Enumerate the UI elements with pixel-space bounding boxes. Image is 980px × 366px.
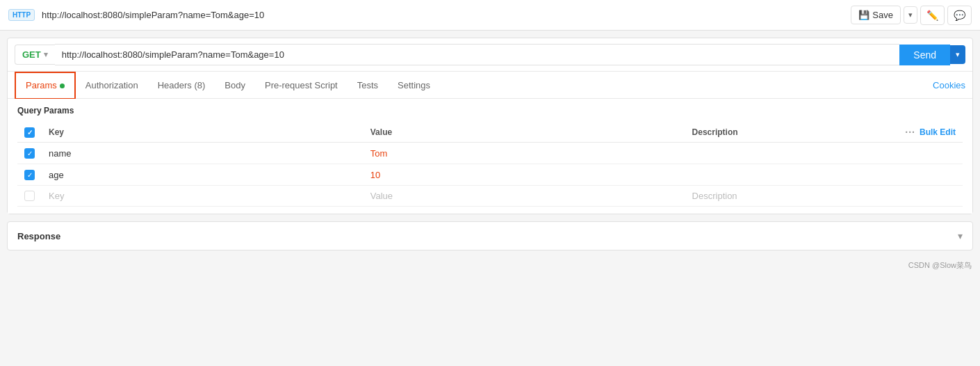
col-checkbox: ✓ [17,122,42,143]
response-section: Response ▾ [7,221,973,250]
row-checkbox-1[interactable]: ✓ [24,148,35,159]
select-all-checkbox[interactable]: ✓ [24,127,35,138]
request-section: GET ▾ Send ▾ Params Authorization Header… [7,38,973,214]
watermark: CSDN @Slow菜鸟 [908,260,972,271]
comment-icon-button[interactable]: 💬 [947,6,972,25]
footer: CSDN @Slow菜鸟 [0,257,980,273]
url-bar: GET ▾ Send ▾ [8,38,972,72]
edit-icon-button[interactable]: ✏️ [920,6,945,25]
tab-authorization[interactable]: Authorization [76,73,148,97]
desc-cell-1[interactable] [685,143,963,164]
method-arrow: ▾ [44,50,48,59]
top-bar: HTTP http://localhost:8080/simpleParam?n… [0,0,980,31]
desc-cell-2[interactable] [685,164,963,186]
save-button[interactable]: 💾 Save [851,6,901,24]
save-icon: 💾 [858,10,869,20]
value-placeholder[interactable]: Value [364,186,685,207]
top-url: http://localhost:8080/simpleParam?name=T… [42,10,844,20]
tab-headers[interactable]: Headers (8) [148,73,215,97]
table-row: ✓ name Tom [17,143,963,164]
table-row-empty: Key Value Description [17,186,963,207]
url-input[interactable] [55,44,900,65]
response-title: Response [17,231,60,241]
key-cell-1[interactable]: name [42,143,364,164]
top-actions: 💾 Save ▾ ✏️ 💬 [851,6,972,25]
key-placeholder[interactable]: Key [42,186,364,207]
value-cell-2[interactable]: 10 [364,164,685,186]
method-label: GET [22,49,41,60]
empty-checkbox[interactable] [24,191,35,201]
tab-pre-request[interactable]: Pre-request Script [255,73,348,97]
table-row: ✓ age 10 [17,164,963,186]
bulk-edit-area: ··· Bulk Edit [905,127,956,138]
col-key: Key [42,122,364,143]
params-table: ✓ Key Value Description ··· Bulk Edit [17,122,963,207]
col-description: Description ··· Bulk Edit [685,122,963,143]
send-dropdown-button[interactable]: ▾ [950,45,965,64]
http-badge: HTTP [8,9,35,21]
params-dot [60,83,65,88]
cookies-link[interactable]: Cookies [933,73,965,97]
tab-params[interactable]: Params [15,72,76,99]
tabs-bar: Params Authorization Headers (8) Body Pr… [8,72,972,99]
bulk-edit-label[interactable]: Bulk Edit [920,127,956,137]
query-params-section: Query Params ✓ Key Value Description ··· [8,99,972,214]
bulk-dots-icon[interactable]: ··· [905,127,915,138]
save-label: Save [872,10,893,20]
key-cell-2[interactable]: age [42,164,364,186]
tab-tests[interactable]: Tests [348,73,388,97]
tab-body[interactable]: Body [215,73,255,97]
value-cell-1[interactable]: Tom [364,143,685,164]
method-select[interactable]: GET ▾ [15,45,55,65]
send-button[interactable]: Send [899,45,950,65]
save-dropdown-button[interactable]: ▾ [904,6,917,24]
row-checkbox-2[interactable]: ✓ [24,170,35,180]
query-params-title: Query Params [17,106,963,116]
tab-settings[interactable]: Settings [388,73,440,97]
response-collapse-icon[interactable]: ▾ [958,230,963,241]
desc-placeholder[interactable]: Description [685,186,963,207]
col-value: Value [364,122,685,143]
